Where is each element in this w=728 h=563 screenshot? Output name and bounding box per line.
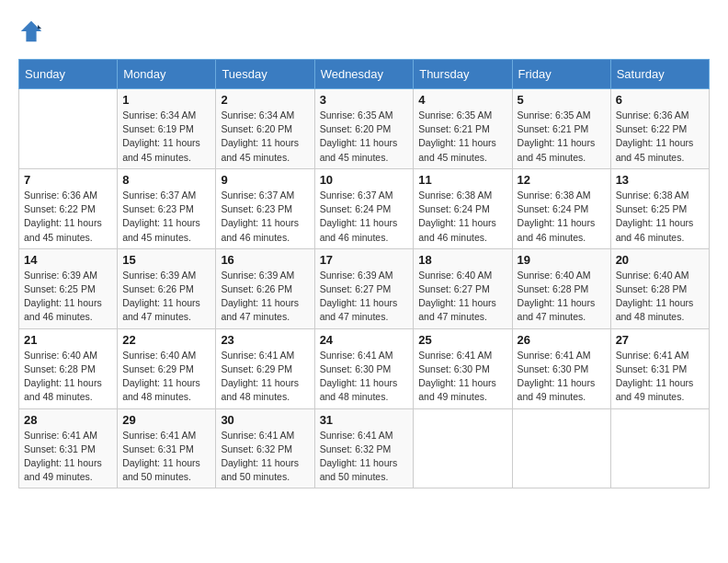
calendar-week-5: 28Sunrise: 6:41 AMSunset: 6:31 PMDayligh… <box>19 408 710 488</box>
calendar-cell: 12Sunrise: 6:38 AMSunset: 6:24 PMDayligh… <box>512 168 610 248</box>
day-number: 9 <box>221 173 309 187</box>
day-info: Sunrise: 6:41 AMSunset: 6:30 PMDaylight:… <box>320 349 409 405</box>
calendar-cell: 10Sunrise: 6:37 AMSunset: 6:24 PMDayligh… <box>314 168 414 248</box>
day-info: Sunrise: 6:41 AMSunset: 6:30 PMDaylight:… <box>418 349 506 405</box>
day-number: 18 <box>418 253 506 267</box>
day-info: Sunrise: 6:39 AMSunset: 6:26 PMDaylight:… <box>221 269 309 325</box>
day-number: 25 <box>418 333 506 347</box>
day-number: 15 <box>122 253 210 267</box>
day-number: 22 <box>122 333 210 347</box>
calendar-cell: 13Sunrise: 6:38 AMSunset: 6:25 PMDayligh… <box>610 168 709 248</box>
day-number: 4 <box>418 93 506 107</box>
calendar-cell: 19Sunrise: 6:40 AMSunset: 6:28 PMDayligh… <box>512 248 610 328</box>
calendar-cell: 2Sunrise: 6:34 AMSunset: 6:20 PMDaylight… <box>216 89 314 169</box>
calendar-cell <box>512 408 610 488</box>
calendar-cell: 14Sunrise: 6:39 AMSunset: 6:25 PMDayligh… <box>19 248 118 328</box>
weekday-header-wednesday: Wednesday <box>314 60 414 89</box>
weekday-header-monday: Monday <box>118 60 216 89</box>
day-number: 6 <box>616 93 704 107</box>
day-info: Sunrise: 6:41 AMSunset: 6:29 PMDaylight:… <box>221 349 309 405</box>
day-info: Sunrise: 6:38 AMSunset: 6:25 PMDaylight:… <box>616 189 704 245</box>
day-info: Sunrise: 6:41 AMSunset: 6:32 PMDaylight:… <box>221 429 309 485</box>
day-number: 30 <box>221 413 309 427</box>
day-info: Sunrise: 6:40 AMSunset: 6:28 PMDaylight:… <box>616 269 704 325</box>
day-number: 5 <box>518 93 606 107</box>
calendar-cell <box>414 408 512 488</box>
calendar-cell: 15Sunrise: 6:39 AMSunset: 6:26 PMDayligh… <box>118 248 216 328</box>
day-number: 12 <box>518 173 606 187</box>
day-info: Sunrise: 6:39 AMSunset: 6:27 PMDaylight:… <box>320 269 409 325</box>
calendar-cell: 20Sunrise: 6:40 AMSunset: 6:28 PMDayligh… <box>610 248 709 328</box>
day-info: Sunrise: 6:34 AMSunset: 6:20 PMDaylight:… <box>221 109 309 165</box>
day-info: Sunrise: 6:40 AMSunset: 6:28 PMDaylight:… <box>518 269 606 325</box>
calendar-cell: 30Sunrise: 6:41 AMSunset: 6:32 PMDayligh… <box>216 408 314 488</box>
day-number: 28 <box>24 413 112 427</box>
day-number: 10 <box>320 173 409 187</box>
day-info: Sunrise: 6:41 AMSunset: 6:31 PMDaylight:… <box>616 349 704 405</box>
calendar-week-3: 14Sunrise: 6:39 AMSunset: 6:25 PMDayligh… <box>19 248 710 328</box>
calendar-cell: 31Sunrise: 6:41 AMSunset: 6:32 PMDayligh… <box>314 408 414 488</box>
calendar-cell: 17Sunrise: 6:39 AMSunset: 6:27 PMDayligh… <box>314 248 414 328</box>
day-number: 8 <box>122 173 210 187</box>
calendar-cell: 21Sunrise: 6:40 AMSunset: 6:28 PMDayligh… <box>19 328 118 408</box>
calendar-cell: 6Sunrise: 6:36 AMSunset: 6:22 PMDaylight… <box>610 89 709 169</box>
day-number: 23 <box>221 333 309 347</box>
day-number: 1 <box>122 93 210 107</box>
logo-icon <box>18 18 44 44</box>
day-number: 7 <box>24 173 112 187</box>
calendar-cell: 18Sunrise: 6:40 AMSunset: 6:27 PMDayligh… <box>414 248 512 328</box>
day-info: Sunrise: 6:34 AMSunset: 6:19 PMDaylight:… <box>122 109 210 165</box>
calendar-cell <box>610 408 709 488</box>
day-info: Sunrise: 6:41 AMSunset: 6:31 PMDaylight:… <box>122 429 210 485</box>
calendar-cell: 3Sunrise: 6:35 AMSunset: 6:20 PMDaylight… <box>314 89 414 169</box>
day-info: Sunrise: 6:37 AMSunset: 6:23 PMDaylight:… <box>221 189 309 245</box>
day-number: 20 <box>616 253 704 267</box>
day-info: Sunrise: 6:37 AMSunset: 6:24 PMDaylight:… <box>320 189 409 245</box>
day-info: Sunrise: 6:39 AMSunset: 6:25 PMDaylight:… <box>24 269 112 325</box>
day-info: Sunrise: 6:37 AMSunset: 6:23 PMDaylight:… <box>122 189 210 245</box>
day-number: 29 <box>122 413 210 427</box>
day-number: 19 <box>518 253 606 267</box>
day-info: Sunrise: 6:36 AMSunset: 6:22 PMDaylight:… <box>24 189 112 245</box>
day-info: Sunrise: 6:38 AMSunset: 6:24 PMDaylight:… <box>418 189 506 245</box>
calendar-cell: 4Sunrise: 6:35 AMSunset: 6:21 PMDaylight… <box>414 89 512 169</box>
calendar-cell: 24Sunrise: 6:41 AMSunset: 6:30 PMDayligh… <box>314 328 414 408</box>
weekday-header-thursday: Thursday <box>414 60 512 89</box>
weekday-header-saturday: Saturday <box>610 60 709 89</box>
calendar-cell: 7Sunrise: 6:36 AMSunset: 6:22 PMDaylight… <box>19 168 118 248</box>
day-number: 27 <box>616 333 704 347</box>
day-number: 2 <box>221 93 309 107</box>
logo <box>18 18 48 44</box>
day-number: 31 <box>320 413 409 427</box>
day-info: Sunrise: 6:38 AMSunset: 6:24 PMDaylight:… <box>518 189 606 245</box>
day-info: Sunrise: 6:39 AMSunset: 6:26 PMDaylight:… <box>122 269 210 325</box>
day-info: Sunrise: 6:35 AMSunset: 6:21 PMDaylight:… <box>418 109 506 165</box>
day-number: 17 <box>320 253 409 267</box>
day-number: 26 <box>518 333 606 347</box>
weekday-header-friday: Friday <box>512 60 610 89</box>
day-info: Sunrise: 6:40 AMSunset: 6:27 PMDaylight:… <box>418 269 506 325</box>
svg-marker-0 <box>21 21 41 41</box>
day-number: 3 <box>320 93 409 107</box>
day-info: Sunrise: 6:41 AMSunset: 6:30 PMDaylight:… <box>518 349 606 405</box>
calendar-cell: 23Sunrise: 6:41 AMSunset: 6:29 PMDayligh… <box>216 328 314 408</box>
calendar-week-1: 1Sunrise: 6:34 AMSunset: 6:19 PMDaylight… <box>19 89 710 169</box>
day-number: 16 <box>221 253 309 267</box>
calendar-cell: 25Sunrise: 6:41 AMSunset: 6:30 PMDayligh… <box>414 328 512 408</box>
calendar-cell: 22Sunrise: 6:40 AMSunset: 6:29 PMDayligh… <box>118 328 216 408</box>
calendar-cell <box>19 89 118 169</box>
day-info: Sunrise: 6:35 AMSunset: 6:21 PMDaylight:… <box>518 109 606 165</box>
day-number: 24 <box>320 333 409 347</box>
day-info: Sunrise: 6:41 AMSunset: 6:32 PMDaylight:… <box>320 429 409 485</box>
calendar-week-4: 21Sunrise: 6:40 AMSunset: 6:28 PMDayligh… <box>19 328 710 408</box>
calendar-cell: 9Sunrise: 6:37 AMSunset: 6:23 PMDaylight… <box>216 168 314 248</box>
calendar-table: SundayMondayTuesdayWednesdayThursdayFrid… <box>18 59 710 488</box>
calendar-cell: 27Sunrise: 6:41 AMSunset: 6:31 PMDayligh… <box>610 328 709 408</box>
weekday-header-tuesday: Tuesday <box>216 60 314 89</box>
calendar-cell: 11Sunrise: 6:38 AMSunset: 6:24 PMDayligh… <box>414 168 512 248</box>
day-number: 13 <box>616 173 704 187</box>
day-info: Sunrise: 6:40 AMSunset: 6:29 PMDaylight:… <box>122 349 210 405</box>
calendar-cell: 1Sunrise: 6:34 AMSunset: 6:19 PMDaylight… <box>118 89 216 169</box>
day-info: Sunrise: 6:35 AMSunset: 6:20 PMDaylight:… <box>320 109 409 165</box>
day-info: Sunrise: 6:41 AMSunset: 6:31 PMDaylight:… <box>24 429 112 485</box>
